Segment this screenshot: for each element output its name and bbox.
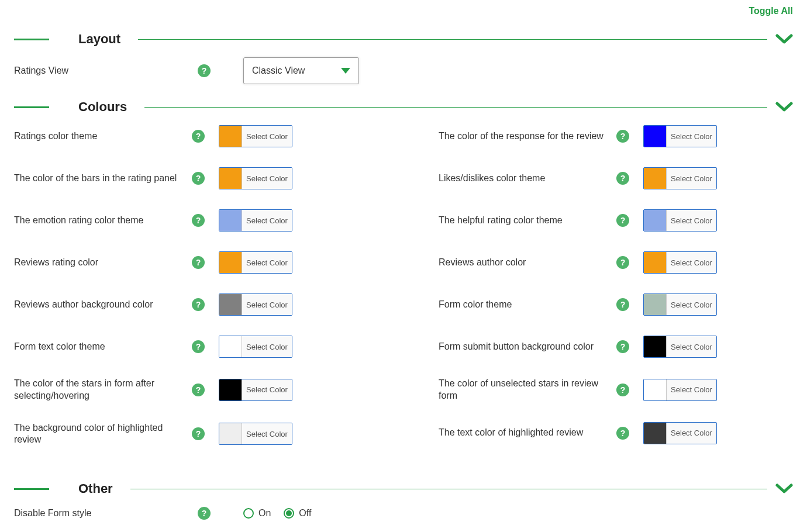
field-label: Form text color theme bbox=[14, 341, 192, 353]
color-picker-button[interactable]: Select Color bbox=[219, 209, 292, 232]
select-color-label: Select Color bbox=[666, 126, 716, 147]
colour-row: Likes/dislikes color theme?Select Color bbox=[439, 167, 793, 189]
section-title: Layout bbox=[78, 32, 120, 47]
field-label: Disable Form style bbox=[14, 507, 198, 520]
help-icon[interactable]: ? bbox=[616, 130, 629, 143]
help-icon[interactable]: ? bbox=[192, 298, 205, 311]
color-picker-button[interactable]: Select Color bbox=[219, 336, 292, 358]
help-icon[interactable]: ? bbox=[616, 214, 629, 227]
select-color-label: Select Color bbox=[666, 294, 716, 315]
help-icon[interactable]: ? bbox=[616, 384, 629, 396]
colour-row: The color of the response for the review… bbox=[439, 125, 793, 147]
color-swatch bbox=[644, 294, 666, 315]
field-label: Likes/dislikes color theme bbox=[439, 172, 616, 185]
toggle-all-link[interactable]: Toggle All bbox=[14, 6, 793, 16]
help-icon[interactable]: ? bbox=[616, 340, 629, 353]
help-icon[interactable]: ? bbox=[192, 214, 205, 227]
colour-row: Reviews rating color?Select Color bbox=[14, 251, 368, 274]
colour-row: The helpful rating color theme?Select Co… bbox=[439, 209, 793, 232]
chevron-down-icon bbox=[341, 68, 350, 74]
color-picker-button[interactable]: Select Color bbox=[643, 167, 717, 189]
color-picker-button[interactable]: Select Color bbox=[219, 379, 292, 401]
color-swatch bbox=[644, 423, 666, 444]
field-label: The helpful rating color theme bbox=[439, 215, 616, 227]
colour-row: Form submit button background color?Sele… bbox=[439, 336, 793, 358]
help-icon[interactable]: ? bbox=[192, 384, 205, 396]
color-picker-button[interactable]: Select Color bbox=[219, 167, 292, 189]
colour-row: The color of the bars in the rating pane… bbox=[14, 167, 368, 189]
radio-on[interactable]: On bbox=[243, 508, 271, 519]
help-icon[interactable]: ? bbox=[616, 298, 629, 311]
field-label: The color of the response for the review bbox=[439, 130, 616, 143]
field-label: Reviews author background color bbox=[14, 299, 192, 311]
color-swatch bbox=[644, 210, 666, 231]
color-picker-button[interactable]: Select Color bbox=[643, 379, 717, 401]
field-label: The color of the bars in the rating pane… bbox=[14, 172, 192, 185]
radio-icon bbox=[243, 508, 254, 519]
section-toggle-chevron-icon[interactable] bbox=[775, 483, 793, 495]
color-swatch bbox=[219, 168, 242, 189]
help-icon[interactable]: ? bbox=[198, 64, 211, 77]
ratings-view-select[interactable]: Classic View bbox=[243, 57, 359, 84]
field-label: The emotion rating color theme bbox=[14, 215, 192, 227]
section-head-other: Other bbox=[14, 481, 793, 496]
help-icon[interactable]: ? bbox=[192, 340, 205, 353]
color-picker-button[interactable]: Select Color bbox=[643, 209, 717, 232]
select-color-label: Select Color bbox=[666, 379, 716, 400]
section-divider bbox=[138, 39, 767, 40]
color-swatch bbox=[219, 294, 242, 315]
select-color-label: Select Color bbox=[242, 336, 292, 357]
color-picker-button[interactable]: Select Color bbox=[643, 336, 717, 358]
help-icon[interactable]: ? bbox=[192, 130, 205, 143]
field-label: Form color theme bbox=[439, 299, 616, 311]
help-icon[interactable]: ? bbox=[616, 256, 629, 269]
select-color-label: Select Color bbox=[242, 423, 292, 444]
select-color-label: Select Color bbox=[666, 336, 716, 357]
color-picker-button[interactable]: Select Color bbox=[643, 251, 717, 274]
color-swatch bbox=[219, 126, 242, 147]
section-accent bbox=[14, 488, 49, 490]
color-picker-button[interactable]: Select Color bbox=[219, 423, 292, 445]
select-color-label: Select Color bbox=[242, 126, 292, 147]
color-picker-button[interactable]: Select Color bbox=[643, 293, 717, 316]
section-title: Colours bbox=[78, 99, 127, 115]
select-value: Classic View bbox=[252, 65, 305, 76]
select-color-label: Select Color bbox=[666, 423, 716, 444]
color-swatch bbox=[644, 336, 666, 357]
section-divider bbox=[130, 489, 767, 489]
help-icon[interactable]: ? bbox=[192, 256, 205, 269]
help-icon[interactable]: ? bbox=[616, 427, 629, 440]
section-head-colours: Colours bbox=[14, 99, 793, 115]
radio-off[interactable]: Off bbox=[284, 508, 311, 519]
color-swatch bbox=[644, 379, 666, 400]
color-picker-button[interactable]: Select Color bbox=[643, 125, 717, 147]
field-label: The color of the stars in form after sel… bbox=[14, 378, 192, 402]
row-ratings-view: Ratings View ? Classic View bbox=[14, 57, 793, 84]
help-icon[interactable]: ? bbox=[192, 172, 205, 185]
field-label: Ratings color theme bbox=[14, 130, 192, 143]
field-label: Form submit button background color bbox=[439, 341, 616, 353]
section-accent bbox=[14, 39, 49, 40]
select-color-label: Select Color bbox=[242, 168, 292, 189]
color-picker-button[interactable]: Select Color bbox=[219, 293, 292, 316]
section-toggle-chevron-icon[interactable] bbox=[775, 101, 793, 113]
help-icon[interactable]: ? bbox=[192, 427, 205, 440]
select-color-label: Select Color bbox=[666, 252, 716, 273]
help-icon[interactable]: ? bbox=[616, 172, 629, 185]
section-toggle-chevron-icon[interactable] bbox=[775, 33, 793, 45]
field-label: Reviews rating color bbox=[14, 257, 192, 269]
color-picker-button[interactable]: Select Color bbox=[219, 125, 292, 147]
color-swatch bbox=[219, 210, 242, 231]
field-label: The background color of highlighted revi… bbox=[14, 422, 192, 447]
colour-row: Form text color theme?Select Color bbox=[14, 336, 368, 358]
radio-label: Off bbox=[299, 508, 311, 519]
colour-row: The background color of highlighted revi… bbox=[14, 422, 368, 447]
color-picker-button[interactable]: Select Color bbox=[643, 422, 717, 444]
select-color-label: Select Color bbox=[242, 294, 292, 315]
select-color-label: Select Color bbox=[666, 210, 716, 231]
colour-row: Form color theme?Select Color bbox=[439, 293, 793, 316]
help-icon[interactable]: ? bbox=[198, 507, 211, 520]
select-color-label: Select Color bbox=[242, 210, 292, 231]
color-swatch bbox=[644, 168, 666, 189]
color-picker-button[interactable]: Select Color bbox=[219, 251, 292, 274]
